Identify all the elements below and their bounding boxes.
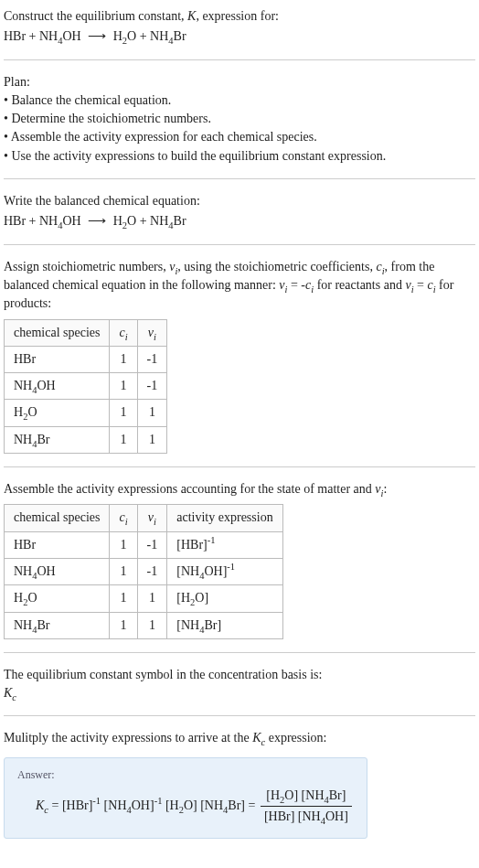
stoich-table: chemical species ci νi HBr 1 -1 NH4OH 1 … <box>4 319 167 454</box>
plan-bullet: • Balance the chemical equation. <box>4 91 475 110</box>
col-v: νi <box>137 505 167 531</box>
prompt-line1: Construct the equilibrium constant, K, e… <box>4 7 475 26</box>
plan-bullet: • Determine the stoichiometric numbers. <box>4 110 475 128</box>
table-row: NH4Br 1 1 <box>5 426 167 453</box>
multiply-intro: Mulitply the activity expressions to arr… <box>4 729 475 747</box>
cell-species: NH4OH <box>5 558 110 584</box>
cell-c: 1 <box>110 373 137 400</box>
cell-species: H2O <box>5 400 110 426</box>
table-row: HBr 1 -1 [HBr]-1 <box>5 531 283 558</box>
divider <box>4 59 475 60</box>
cell-c: 1 <box>110 400 137 426</box>
col-species: chemical species <box>5 319 110 346</box>
cell-species: H2O <box>5 585 110 612</box>
stoich-intro: Assign stoichiometric numbers, νi, using… <box>4 258 475 314</box>
multiply-section: Mulitply the activity expressions to arr… <box>4 729 475 747</box>
divider <box>4 715 475 716</box>
cell-expr: [NH4Br] <box>167 612 282 638</box>
table-row: NH4OH 1 -1 <box>5 373 167 400</box>
col-expr: activity expression <box>167 505 282 531</box>
cell-c: 1 <box>110 531 137 558</box>
balanced-section: Write the balanced chemical equation: HB… <box>4 192 475 231</box>
activity-intro: Assemble the activity expressions accoun… <box>4 480 475 498</box>
cell-c: 1 <box>110 558 137 584</box>
divider <box>4 652 475 653</box>
plan-bullet: • Use the activity expressions to build … <box>4 147 475 166</box>
cell-species: NH4Br <box>5 612 110 638</box>
cell-v: 1 <box>137 585 167 612</box>
basis-symbol: Kc <box>4 684 475 702</box>
prompt-section: Construct the equilibrium constant, K, e… <box>4 7 475 47</box>
cell-v: -1 <box>137 558 167 584</box>
cell-v: -1 <box>137 346 167 372</box>
activity-table: chemical species ci νi activity expressi… <box>4 504 283 638</box>
divider <box>4 178 475 179</box>
col-v: νi <box>137 319 167 346</box>
table-row: HBr 1 -1 <box>5 346 167 372</box>
col-c: ci <box>110 319 137 346</box>
cell-c: 1 <box>110 346 137 372</box>
table-header-row: chemical species ci νi <box>5 319 167 346</box>
table-header-row: chemical species ci νi activity expressi… <box>5 505 283 531</box>
cell-species: NH4OH <box>5 373 110 400</box>
cell-v: 1 <box>137 400 167 426</box>
cell-expr: [HBr]-1 <box>167 531 282 558</box>
divider <box>4 244 475 245</box>
table-row: H2O 1 1 [H2O] <box>5 585 283 612</box>
cell-c: 1 <box>110 612 137 638</box>
answer-label: Answer: <box>17 767 354 783</box>
cell-c: 1 <box>110 426 137 453</box>
answer-equation: Kc = [HBr]-1 [NH4OH]-1 [H2O] [NH4Br] = [… <box>17 787 354 827</box>
plan-section: Plan: • Balance the chemical equation. •… <box>4 73 475 166</box>
cell-species: HBr <box>5 531 110 558</box>
activity-section: Assemble the activity expressions accoun… <box>4 480 475 639</box>
cell-species: NH4Br <box>5 426 110 453</box>
divider <box>4 466 475 467</box>
cell-expr: [NH4OH]-1 <box>167 558 282 584</box>
table-row: NH4OH 1 -1 [NH4OH]-1 <box>5 558 283 584</box>
plan-bullet: • Assemble the activity expression for e… <box>4 128 475 146</box>
cell-v: 1 <box>137 612 167 638</box>
plan-title: Plan: <box>4 73 475 91</box>
balanced-reaction: HBr + NH4OH ⟶ H2O + NH4Br <box>4 212 475 230</box>
col-c: ci <box>110 505 137 531</box>
basis-section: The equilibrium constant symbol in the c… <box>4 666 475 703</box>
balanced-intro: Write the balanced chemical equation: <box>4 192 475 210</box>
cell-v: -1 <box>137 531 167 558</box>
cell-c: 1 <box>110 585 137 612</box>
cell-expr: [H2O] <box>167 585 282 612</box>
cell-v: 1 <box>137 426 167 453</box>
cell-v: -1 <box>137 373 167 400</box>
table-row: H2O 1 1 <box>5 400 167 426</box>
table-row: NH4Br 1 1 [NH4Br] <box>5 612 283 638</box>
col-species: chemical species <box>5 505 110 531</box>
stoich-section: Assign stoichiometric numbers, νi, using… <box>4 258 475 454</box>
answer-box: Answer: Kc = [HBr]-1 [NH4OH]-1 [H2O] [NH… <box>4 757 367 839</box>
cell-species: HBr <box>5 346 110 372</box>
basis-line1: The equilibrium constant symbol in the c… <box>4 666 475 684</box>
prompt-reaction: HBr + NH4OH ⟶ H2O + NH4Br <box>4 27 475 46</box>
